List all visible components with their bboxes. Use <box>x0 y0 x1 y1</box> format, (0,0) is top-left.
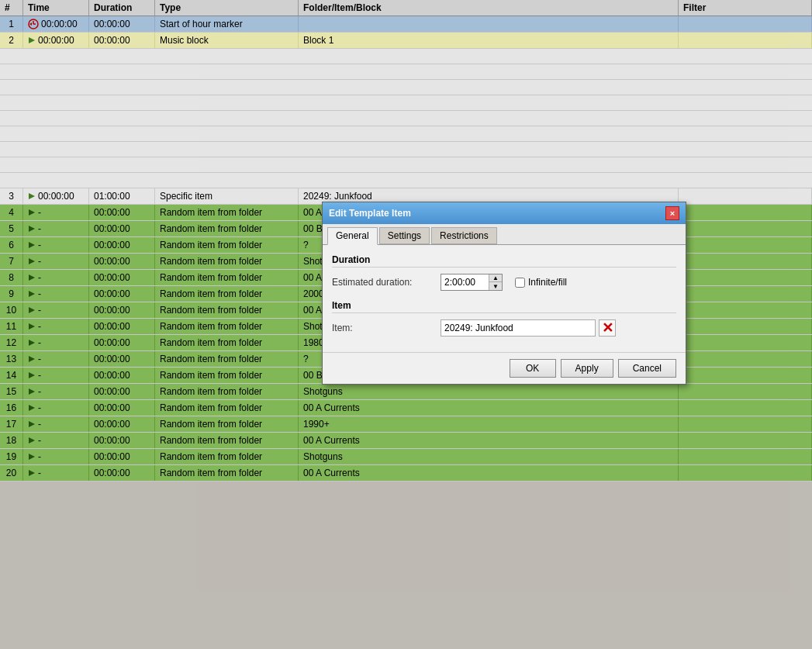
item-label: Item: <box>332 323 441 333</box>
modal-close-button[interactable]: × <box>665 206 679 220</box>
duration-input-container: 2:00:00 ▲ ▼ Infinite/fill <box>441 274 567 291</box>
apply-button[interactable]: Apply <box>561 359 613 378</box>
modal-tabs: General Settings Restrictions <box>323 224 686 245</box>
spinner-down-button[interactable]: ▼ <box>489 282 502 290</box>
ok-button[interactable]: OK <box>510 359 556 378</box>
infinite-fill-label: Infinite/fill <box>528 277 567 288</box>
tab-restrictions[interactable]: Restrictions <box>431 227 497 244</box>
spinner-buttons: ▲ ▼ <box>489 274 502 290</box>
modal-titlebar: Edit Template Item × <box>323 202 686 224</box>
item-delete-button[interactable]: ✕ <box>599 319 616 337</box>
modal-title: Edit Template Item <box>329 208 411 219</box>
item-section: Item Item: ✕ <box>332 300 676 337</box>
cancel-button[interactable]: Cancel <box>618 359 676 378</box>
item-row: Item: ✕ <box>332 319 676 337</box>
item-section-label: Item <box>332 300 676 313</box>
main-content: # Time Duration Type Folder/Item/Block F… <box>0 0 812 649</box>
estimated-duration-label: Estimated duration: <box>332 277 441 288</box>
tab-settings[interactable]: Settings <box>379 227 430 244</box>
infinite-fill-checkbox[interactable] <box>515 278 525 288</box>
modal-body: Duration Estimated duration: 2:00:00 ▲ ▼ <box>323 245 686 352</box>
tab-general[interactable]: General <box>327 227 378 245</box>
estimated-duration-row: Estimated duration: 2:00:00 ▲ ▼ <box>332 274 676 291</box>
infinite-fill-checkbox-row: Infinite/fill <box>515 277 567 288</box>
item-input[interactable] <box>441 319 596 337</box>
duration-value: 2:00:00 <box>441 275 489 289</box>
duration-section-label: Duration <box>332 254 676 268</box>
modal-dialog: Edit Template Item × General Settings Re… <box>322 202 686 385</box>
modal-footer: OK Apply Cancel <box>323 352 686 384</box>
spinner-up-button[interactable]: ▲ <box>489 274 502 282</box>
duration-spinner[interactable]: 2:00:00 ▲ ▼ <box>441 274 503 291</box>
item-input-row: ✕ <box>441 319 616 337</box>
modal-overlay: Edit Template Item × General Settings Re… <box>0 0 812 649</box>
duration-section: Duration Estimated duration: 2:00:00 ▲ ▼ <box>332 254 676 291</box>
